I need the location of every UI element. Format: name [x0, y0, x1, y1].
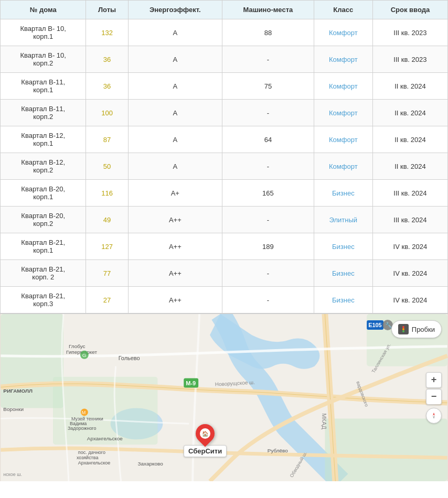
- col-header-lots: Лоты: [86, 1, 128, 19]
- cell-date: III кв. 2024: [372, 207, 447, 233]
- table-row: Квартал В- 10,корп.236А-КомфортIII кв. 2…: [1, 46, 448, 73]
- map-marker-sbercity[interactable]: 🏠 СберСити: [184, 424, 227, 457]
- cell-house-name: Квартал В- 10,корп.1: [1, 19, 86, 46]
- cell-house-name: Квартал В-21,корп.3: [1, 287, 86, 313]
- cell-parking: -: [222, 207, 314, 233]
- cell-date: II кв. 2024: [372, 126, 447, 153]
- cell-date: III кв. 2024: [372, 180, 447, 207]
- table-row: Квартал В-21,корп. 277А++-БизнесIV кв. 2…: [1, 260, 448, 287]
- col-header-energy: Энергоэффект.: [128, 1, 222, 19]
- col-header-class: Класс: [314, 1, 372, 19]
- cell-parking: -: [222, 287, 314, 313]
- cell-date: II кв. 2024: [372, 73, 447, 100]
- svg-text:Глобус: Глобус: [69, 343, 86, 349]
- cell-lots: 50: [86, 153, 128, 180]
- zoom-out-button[interactable]: −: [426, 389, 442, 405]
- svg-text:Задорожного: Задорожного: [68, 426, 97, 431]
- table-row: Квартал В-21,корп.1127А++189БизнесIV кв.…: [1, 233, 448, 260]
- col-header-date: Срок ввода: [372, 1, 447, 19]
- svg-point-37: [402, 328, 404, 330]
- cell-class: Комфорт: [314, 153, 372, 180]
- cell-class: Комфорт: [314, 19, 372, 46]
- map-section: Гольево Глобус Гипермаркет G РИГАМОЛЛ Во…: [0, 313, 448, 481]
- cell-class: Комфорт: [314, 126, 372, 153]
- cell-parking: -: [222, 100, 314, 126]
- cell-class: Бизнес: [314, 180, 372, 207]
- cell-energy: А+: [128, 180, 222, 207]
- cell-parking: -: [222, 153, 314, 180]
- cell-date: IV кв. 2024: [372, 233, 447, 260]
- marker-inner: 🏠: [200, 428, 210, 439]
- table-row: Квартал В-12,корп.187А64КомфортII кв. 20…: [1, 126, 448, 153]
- cell-energy: А: [128, 73, 222, 100]
- svg-point-36: [402, 326, 404, 328]
- svg-marker-40: [433, 416, 435, 419]
- cell-house-name: Квартал В-21,корп.1: [1, 233, 86, 260]
- svg-text:Захарково: Захарково: [138, 461, 164, 467]
- cell-energy: А: [128, 153, 222, 180]
- cell-class: Комфорт: [314, 73, 372, 100]
- cell-house-name: Квартал В-11,корп.1: [1, 73, 86, 100]
- table-row: Квартал В-11,корп.2100А-КомфортII кв. 20…: [1, 100, 448, 126]
- svg-text:M: M: [82, 410, 86, 415]
- cell-energy: А: [128, 100, 222, 126]
- cell-house-name: Квартал В-20,корп.1: [1, 180, 86, 207]
- cell-date: II кв. 2024: [372, 100, 447, 126]
- cell-lots: 116: [86, 180, 128, 207]
- cell-class: Комфорт: [314, 100, 372, 126]
- cell-house-name: Квартал В-12,корп.2: [1, 153, 86, 180]
- traffic-button[interactable]: Пробки: [391, 320, 442, 338]
- cell-house-name: Квартал В-21,корп. 2: [1, 260, 86, 287]
- table-row: Квартал В-21,корп.327А++-БизнесIV кв. 20…: [1, 287, 448, 313]
- cell-parking: 75: [222, 73, 314, 100]
- compass-button[interactable]: [426, 408, 442, 424]
- svg-text:Гольево: Гольево: [119, 355, 140, 361]
- cell-house-name: Квартал В-12,корп.1: [1, 126, 86, 153]
- cell-lots: 27: [86, 287, 128, 313]
- cell-energy: А++: [128, 207, 222, 233]
- col-header-house: № дома: [1, 1, 86, 19]
- cell-energy: А++: [128, 287, 222, 313]
- cell-date: IV кв. 2024: [372, 260, 447, 287]
- cell-house-name: Квартал В-11,корп.2: [1, 100, 86, 126]
- cell-lots: 100: [86, 100, 128, 126]
- cell-house-name: Квартал В- 10,корп.2: [1, 46, 86, 73]
- table-row: Квартал В-20,корп.1116А+165БизнесIII кв.…: [1, 180, 448, 207]
- buildings-table: № дома Лоты Энергоэффект. Машино-места К…: [0, 0, 448, 313]
- cell-house-name: Квартал В-20,корп.2: [1, 207, 86, 233]
- svg-text:Архангельское: Архангельское: [78, 460, 110, 465]
- svg-text:Архангельское: Архангельское: [87, 436, 123, 441]
- cell-parking: 88: [222, 19, 314, 46]
- svg-text:пос. дачного: пос. дачного: [78, 450, 105, 455]
- cell-class: Бизнес: [314, 233, 372, 260]
- table-row: Квартал В- 10,корп.1132А88КомфортIII кв.…: [1, 19, 448, 46]
- cell-parking: 64: [222, 126, 314, 153]
- traffic-label: Пробки: [412, 326, 435, 333]
- cell-lots: 132: [86, 19, 128, 46]
- cell-parking: 165: [222, 180, 314, 207]
- svg-point-38: [402, 330, 404, 332]
- cell-class: Бизнес: [314, 287, 372, 313]
- svg-text:G: G: [82, 352, 87, 358]
- table-row: Квартал В-11,корп.136А75КомфортII кв. 20…: [1, 73, 448, 100]
- cell-lots: 127: [86, 233, 128, 260]
- cell-energy: А: [128, 126, 222, 153]
- svg-marker-39: [433, 413, 435, 416]
- cell-parking: 189: [222, 233, 314, 260]
- cell-date: III кв. 2023: [372, 46, 447, 73]
- svg-text:МКАД: МКАД: [321, 413, 327, 429]
- buildings-table-section: № дома Лоты Энергоэффект. Машино-места К…: [0, 0, 448, 313]
- svg-text:РИГАМОЛЛ: РИГАМОЛЛ: [3, 388, 33, 394]
- svg-text:М-9: М-9: [186, 380, 196, 386]
- map-controls: + −: [426, 372, 442, 424]
- zoom-in-button[interactable]: +: [426, 372, 442, 388]
- svg-rect-4: [325, 418, 447, 481]
- cell-parking: -: [222, 46, 314, 73]
- table-row: Квартал В-20,корп.249А++-ЭлитныйIII кв. …: [1, 207, 448, 233]
- marker-pin: 🏠: [192, 420, 219, 447]
- cell-lots: 49: [86, 207, 128, 233]
- cell-class: Элитный: [314, 207, 372, 233]
- col-header-parking: Машино-места: [222, 1, 314, 19]
- cell-class: Бизнес: [314, 260, 372, 287]
- cell-lots: 36: [86, 73, 128, 100]
